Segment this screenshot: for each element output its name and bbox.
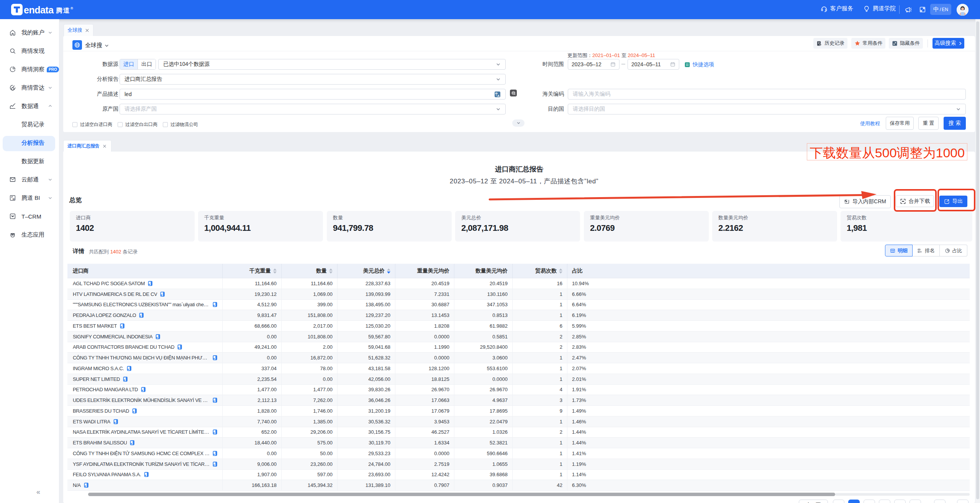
svg-text:A: A bbox=[497, 94, 500, 97]
svg-text:BI: BI bbox=[13, 198, 15, 200]
